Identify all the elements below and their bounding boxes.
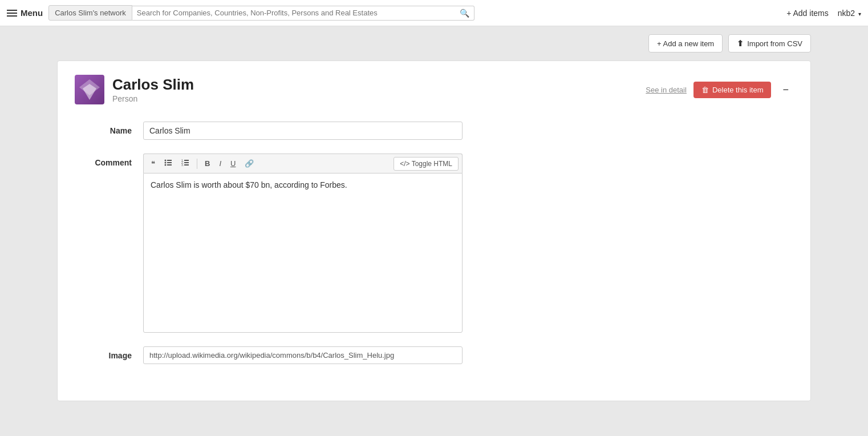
hamburger-icon bbox=[7, 10, 17, 17]
menu-label: Menu bbox=[21, 8, 43, 18]
network-label: Carlos Slim's network bbox=[48, 5, 132, 21]
toggle-html-button[interactable]: </> Toggle HTML bbox=[394, 157, 459, 171]
editor-toolbar: ❝ 1. 2. bbox=[143, 154, 463, 173]
menu-button[interactable]: Menu bbox=[7, 8, 43, 18]
image-field-row: Image bbox=[75, 346, 793, 364]
blockquote-button[interactable]: ❝ bbox=[147, 157, 159, 170]
card-subtitle: Person bbox=[112, 94, 646, 103]
image-label: Image bbox=[75, 346, 143, 360]
see-in-detail-link[interactable]: See in detail bbox=[646, 86, 687, 94]
card-title-group: Carlos Slim Person bbox=[112, 76, 646, 103]
add-new-item-button[interactable]: + Add a new item bbox=[648, 34, 723, 53]
card-header-actions: See in detail 🗑 Delete this item − bbox=[646, 82, 793, 98]
import-csv-button[interactable]: ⬆ Import from CSV bbox=[728, 34, 811, 53]
search-bar: 🔍 bbox=[132, 6, 474, 21]
svg-rect-12 bbox=[184, 162, 189, 163]
import-csv-label: Import from CSV bbox=[747, 39, 802, 48]
svg-point-3 bbox=[165, 160, 167, 162]
comment-field-row: Comment ❝ 1. bbox=[75, 154, 793, 333]
upload-icon: ⬆ bbox=[737, 39, 744, 48]
ordered-list-button[interactable]: 1. 2. 3. bbox=[177, 156, 193, 171]
svg-rect-14 bbox=[184, 164, 189, 165]
svg-point-7 bbox=[165, 164, 167, 166]
svg-rect-6 bbox=[167, 162, 172, 163]
card-title: Carlos Slim bbox=[112, 76, 646, 94]
page-toolbar: + Add a new item ⬆ Import from CSV bbox=[0, 26, 868, 60]
search-input[interactable] bbox=[137, 9, 457, 17]
svg-text:3.: 3. bbox=[181, 163, 184, 167]
name-field-row: Name bbox=[75, 122, 793, 140]
svg-point-5 bbox=[165, 162, 167, 164]
caret-down-icon: ▾ bbox=[858, 11, 861, 17]
user-label: nkb2 bbox=[838, 9, 855, 18]
editor-content[interactable]: Carlos Slim is worth about $70 bn, accor… bbox=[143, 173, 463, 333]
comment-editor: ❝ 1. 2. bbox=[143, 154, 463, 333]
top-navigation: Menu Carlos Slim's network 🔍 + Add items… bbox=[0, 0, 868, 26]
add-items-button[interactable]: + Add items bbox=[786, 9, 829, 18]
main-card: Carlos Slim Person See in detail 🗑 Delet… bbox=[57, 60, 811, 401]
link-button[interactable]: 🔗 bbox=[241, 157, 258, 170]
trash-icon: 🗑 bbox=[701, 86, 709, 94]
bold-button[interactable]: B bbox=[201, 157, 214, 170]
search-icon: 🔍 bbox=[460, 9, 469, 18]
svg-rect-4 bbox=[167, 160, 172, 161]
italic-button[interactable]: I bbox=[215, 157, 225, 170]
card-header: Carlos Slim Person See in detail 🗑 Delet… bbox=[75, 75, 793, 104]
toolbar-separator-1 bbox=[197, 159, 197, 169]
ol-icon: 1. 2. 3. bbox=[181, 159, 189, 167]
delete-item-label: Delete this item bbox=[712, 86, 764, 94]
ul-icon bbox=[164, 159, 172, 167]
user-menu[interactable]: nkb2 ▾ bbox=[838, 9, 861, 18]
name-input[interactable] bbox=[143, 122, 463, 140]
collapse-button[interactable]: − bbox=[778, 82, 793, 98]
name-label: Name bbox=[75, 122, 143, 135]
svg-rect-8 bbox=[167, 164, 172, 165]
svg-rect-10 bbox=[184, 160, 189, 161]
image-input[interactable] bbox=[143, 346, 463, 364]
avatar bbox=[75, 75, 104, 104]
unordered-list-button[interactable] bbox=[160, 156, 176, 171]
add-new-item-label: + Add a new item bbox=[657, 39, 714, 48]
delete-item-button[interactable]: 🗑 Delete this item bbox=[693, 82, 772, 98]
comment-text: Carlos Slim is worth about $70 bn, accor… bbox=[151, 180, 347, 189]
comment-label: Comment bbox=[75, 154, 143, 167]
underline-button[interactable]: U bbox=[226, 157, 240, 170]
nav-right-actions: + Add items nkb2 ▾ bbox=[786, 9, 861, 18]
